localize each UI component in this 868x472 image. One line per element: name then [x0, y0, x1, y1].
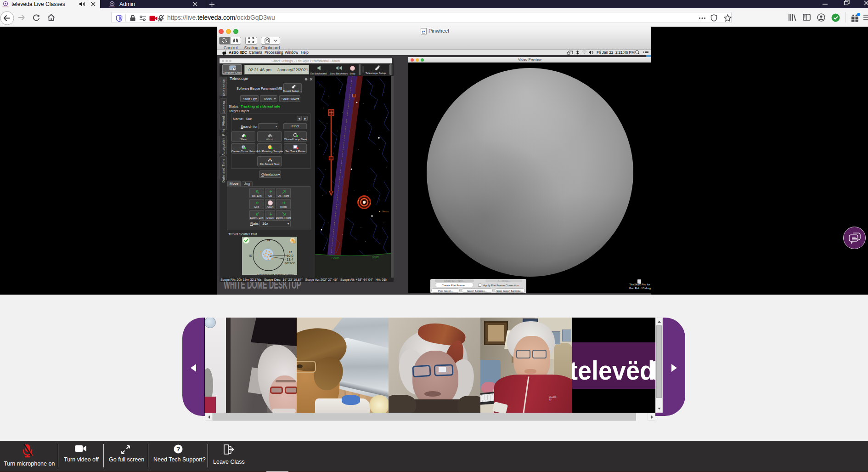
svg-text:N: N	[267, 238, 270, 242]
svg-text:?: ?	[176, 445, 180, 453]
svg-text:South: South	[332, 256, 339, 260]
svg-text:Paramount White Dome: Paramount White Dome	[257, 273, 294, 275]
svg-text:televeda: televeda	[2, 6, 8, 8]
svg-text:SSW: SSW	[372, 256, 379, 259]
svg-text:E: E	[249, 254, 252, 258]
svg-text:arcsec: arcsec	[285, 261, 295, 265]
svg-text:Venus: Venus	[382, 210, 389, 213]
svg-text:televeda: televeda	[109, 6, 115, 8]
